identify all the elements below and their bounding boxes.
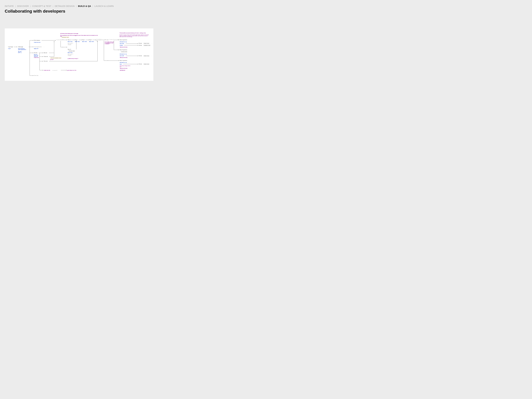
link-edit-1a-5c: Edit (back to 1.a) [120, 62, 127, 63]
box-role-status: Role status… msg [62, 37, 69, 38]
link-save-draft-5b: Save draft [120, 55, 124, 56]
note-browser-back: Q: Browser back always goes to roles pag… [60, 33, 98, 34]
label-no-1: No [62, 47, 63, 48]
node-all-roles-5b: All roles [139, 55, 142, 57]
note-back-to: (Back to either all roles or find volunt… [68, 43, 75, 45]
note-preview-body: Preview 2 version of each of the preview… [120, 34, 149, 37]
link-back-next-1a: Back / Next [68, 41, 72, 42]
node-step-5a: Step 5.a (preview) [120, 39, 127, 40]
link-back-all-5a: *Back (to all roles) [120, 47, 127, 48]
label-no-2: No [105, 39, 106, 40]
link-find-volunteers: Find volunteers [18, 48, 25, 49]
link-save-draft-5a: Save draft [120, 43, 124, 44]
link-publish-5a: Publish [120, 45, 123, 46]
box-saved-5b: Saved… msg [143, 55, 149, 57]
note-unpublished: Do it matter if the role is unpublished,… [105, 42, 114, 44]
node-step-1b: Step 1.b [68, 49, 71, 50]
node-step-3: Step 3 [82, 39, 85, 40]
link-back-all-5c: *Back (to all roles) [120, 68, 127, 69]
box-saved-5a: Saved… msg [143, 43, 149, 44]
box-published-5a: Published… msg [143, 45, 151, 46]
node-step-2: Step 2 [75, 39, 77, 40]
node-view-role: View role [44, 61, 48, 62]
link-back-next-2: Back / Next [75, 41, 80, 42]
breadcrumb: INITIATE | DISCOVER | CONCEPT & TEST | D… [5, 5, 114, 7]
label-is-org-approved-2: Is org approved? [52, 70, 57, 71]
link-edit-role: Edit role [34, 54, 38, 55]
note-back-top: Q: Back at top on step 1? [68, 58, 78, 59]
node-step-4: Step 4 [89, 39, 92, 40]
box-saved-5c: Saved… msg [143, 63, 149, 65]
link-create-new-role: Create new role [34, 42, 40, 43]
link-apply-now: Apply now [34, 48, 38, 49]
link-back-next-4: Back / Next [89, 41, 94, 42]
node-step-1a: Step 1.a [68, 39, 71, 40]
crumb-detailed-design: DETAILED DESIGN [55, 5, 75, 7]
node-create-new-role: Create new role [44, 70, 50, 71]
link-login: Log in [8, 48, 11, 49]
crumb-initiate: INITIATE [5, 5, 14, 7]
link-back-next-3: Back / Next [82, 41, 87, 42]
crumb-discover: DISCOVER [17, 5, 29, 7]
node-goto-step: (go to step 1.a or 1.b) [67, 70, 76, 71]
link-unpublish: UNPUBLISH? [120, 70, 125, 71]
link-save-5c: Save [120, 64, 122, 65]
label-yes-1: yes [62, 39, 63, 40]
link-award-applications: Award applications [18, 49, 26, 50]
box-your-org-5b: Your org… msg [121, 51, 127, 52]
link-more: (more…) [18, 52, 22, 53]
link-all-roles: All roles [18, 51, 22, 52]
label-yes-2: yes [118, 39, 119, 40]
label-no-3: No [118, 49, 119, 50]
box-duplicate: This role is a duplicate… msg [50, 57, 62, 59]
decision-role-published: Is role published? (Only for edited role… [96, 39, 102, 41]
node-find-volunteers: Find volunteers [34, 40, 40, 41]
node-other-links: Other links [34, 75, 38, 76]
node-clone-role: Clone role [44, 56, 48, 57]
link-clone-role: Clone role [34, 55, 38, 56]
label-yes-3: yes [107, 60, 108, 61]
node-award-applications: Award applications [34, 46, 42, 48]
node-admin-page: Admin page [18, 46, 23, 48]
link-edit-1b: Edit (back to 1.b) [120, 54, 127, 55]
link-back-all-5b: *Back (to all roles) [120, 57, 127, 58]
link-create-role-q: Create role? [34, 57, 39, 58]
note-msg-live: MSG these changes will be live? [120, 65, 131, 67]
crumb-build-qa: BUILD & QA [78, 5, 91, 7]
box-your-org-1b: Your org… msg [68, 50, 75, 52]
node-login-page: Log in page [8, 46, 13, 48]
note-preview-header: *Preview (When accessed directly by 'All… [120, 32, 149, 33]
page-title: Collaborating with developers [5, 9, 65, 14]
crumb-concept-test: CONCEPT & TEST [32, 5, 51, 7]
crumb-launch-learn: LAUNCH & LEARN [95, 5, 114, 7]
link-ellipsis: … [18, 50, 19, 51]
note-back-to-2: (Back to either all roles or find volunt… [68, 54, 75, 56]
node-all-roles-saved: All roles [139, 43, 142, 44]
decision-org-approved: Is org approved? [56, 39, 61, 40]
node-all-roles-published: All roles [139, 45, 142, 46]
link-view-role: View role [34, 56, 38, 57]
node-step-5b: Step 5.b (preview) [120, 49, 127, 51]
link-edit-1a: Edit (back to 1.a) [120, 41, 127, 42]
node-step-5c: Step 5.c (preview) [120, 60, 127, 61]
node-all-roles: All roles [34, 52, 38, 53]
link-back-next-1b: Back / Next [68, 52, 72, 53]
node-edit-role: Edit role [44, 52, 47, 53]
note-q-new: Q: New? [50, 59, 54, 60]
decision-org-approved-2: Is org approved? [109, 39, 114, 40]
flow-diagram: Q: Browser back always goes to roles pag… [5, 28, 153, 81]
node-all-roles-5c: All roles [139, 63, 142, 65]
